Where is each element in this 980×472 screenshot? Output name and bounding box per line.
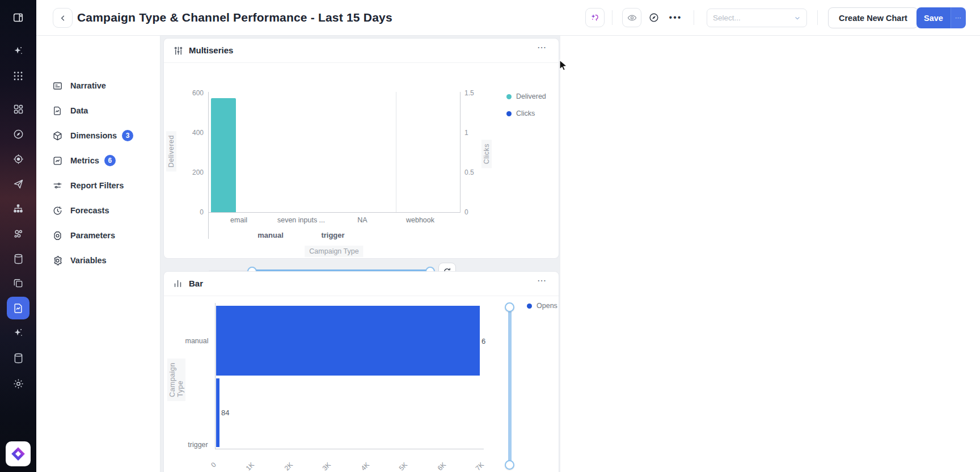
apps-grid-icon[interactable] xyxy=(7,65,29,87)
delivered-bar-email[interactable] xyxy=(211,98,236,212)
legend-dot-opens xyxy=(527,304,532,309)
legend-label: Delivered xyxy=(516,92,546,100)
app-window: Campaign Type & Channel Performance - La… xyxy=(0,0,980,472)
legend-item-opens[interactable]: Opens xyxy=(527,302,557,310)
y-category-trigger: trigger xyxy=(188,441,208,449)
range-slider-handle-bottom[interactable] xyxy=(505,460,514,470)
sidebar-item-forecasts[interactable]: Forecasts xyxy=(36,202,160,219)
filters-icon xyxy=(52,180,63,191)
metrics-count-badge: 6 xyxy=(104,155,116,166)
bar-value-label-manual: 6 xyxy=(481,337,485,345)
card-menu-button[interactable]: ⋯ xyxy=(537,42,547,53)
sidebar-item-label: Variables xyxy=(70,256,107,265)
sidebar-item-narrative[interactable]: Narrative xyxy=(36,77,160,94)
card-title: Bar xyxy=(189,279,203,288)
ai-assist-button[interactable] xyxy=(585,8,605,27)
ai-assist-icon xyxy=(589,12,601,23)
axis-split-line xyxy=(396,92,396,212)
opens-bar-manual[interactable] xyxy=(216,306,480,376)
sidebar-item-variables[interactable]: Variables xyxy=(36,252,160,269)
select-placeholder: Select... xyxy=(713,14,794,22)
x-group-label: manual xyxy=(257,231,284,239)
preview-eye-button[interactable] xyxy=(622,8,641,27)
left-axis-tick: 400 xyxy=(185,129,204,137)
divider xyxy=(612,10,612,25)
legend-item-delivered[interactable]: Delivered xyxy=(506,92,546,100)
dimensions-icon xyxy=(52,130,63,141)
left-axis-tick: 0 xyxy=(185,208,204,216)
sidebar-item-data[interactable]: Data xyxy=(36,102,160,119)
legend-dot-clicks xyxy=(506,111,512,116)
bubbles-icon[interactable] xyxy=(7,222,29,245)
sparkle-ai-icon-2[interactable] xyxy=(7,322,29,344)
right-axis-tick: 0.5 xyxy=(464,168,474,176)
back-button[interactable] xyxy=(53,8,73,28)
x-axis-tick: 7K xyxy=(466,461,485,472)
chart-cards-column: Multiseries ⋯ 0200400600 00.511.5 emails… xyxy=(160,36,560,472)
y-category-manual: manual xyxy=(185,337,209,345)
sidebar-item-parameters[interactable]: Parameters xyxy=(36,227,160,244)
x-axis-title: Campaign Type xyxy=(305,246,363,257)
bar-value-label-trigger: 84 xyxy=(221,408,229,417)
y-range-slider-track[interactable] xyxy=(508,307,512,465)
sidebar-item-label: Metrics xyxy=(70,156,99,165)
x-category-label: webhook xyxy=(406,216,434,224)
sidebar-item-label: Narrative xyxy=(70,81,106,90)
app-icon-rail xyxy=(0,0,36,472)
narrative-icon xyxy=(52,80,63,91)
sparkle-ai-icon[interactable] xyxy=(7,40,29,62)
left-axis-tick: 200 xyxy=(185,168,204,176)
parameters-icon xyxy=(52,230,63,241)
opens-bar-trigger[interactable] xyxy=(216,378,219,447)
compass-icon[interactable] xyxy=(7,123,29,145)
left-axis-title: Delivered xyxy=(166,131,176,171)
blocks-dashboard-icon[interactable] xyxy=(7,98,29,120)
x-group-label: trigger xyxy=(321,231,344,239)
legend-dot-delivered xyxy=(506,94,512,99)
save-more-button[interactable]: ⋯ xyxy=(951,7,966,28)
send-plane-icon[interactable] xyxy=(7,172,29,195)
hierarchy-icon[interactable] xyxy=(7,197,29,220)
save-button[interactable]: Save xyxy=(916,7,951,28)
bar-chart-card: Bar ⋯ 6 84 manual trigger xyxy=(163,271,559,472)
top-bar: Campaign Type & Channel Performance - La… xyxy=(36,0,980,36)
sidebar-item-dimensions[interactable]: Dimensions 3 xyxy=(36,127,160,144)
right-axis-title: Clicks xyxy=(481,140,492,168)
x-axis-tick: 5K xyxy=(389,461,409,472)
variables-icon xyxy=(52,255,63,266)
sidebar-item-metrics[interactable]: Metrics 6 xyxy=(36,152,160,169)
left-axis-line xyxy=(208,92,209,239)
eye-icon xyxy=(627,12,637,23)
x-axis-tick: 0 xyxy=(198,461,218,472)
create-new-chart-button[interactable]: Create New Chart xyxy=(828,7,918,28)
right-axis-tick: 0 xyxy=(464,208,468,216)
report-builder-active-icon[interactable] xyxy=(7,297,29,319)
sidebar-item-label: Dimensions xyxy=(70,131,117,140)
target-icon[interactable] xyxy=(7,148,29,170)
chart-select-dropdown[interactable]: Select... xyxy=(707,9,807,27)
legend-label: Clicks xyxy=(516,109,535,117)
sidebar-item-report-filters[interactable]: Report Filters xyxy=(36,177,160,194)
divider xyxy=(694,10,694,25)
database-icon-2[interactable] xyxy=(7,347,29,369)
x-category-label: seven inputs ... xyxy=(277,216,325,224)
panel-toggle-icon[interactable] xyxy=(7,6,29,29)
range-slider-handle-top[interactable] xyxy=(505,302,514,312)
y-axis-title: Campaign Type xyxy=(167,359,185,401)
settings-gear-icon[interactable] xyxy=(7,372,29,395)
explore-compass-button[interactable] xyxy=(645,8,662,27)
data-icon xyxy=(52,105,63,116)
x-axis-tick: 4K xyxy=(350,461,370,472)
x-axis-tick: 6K xyxy=(427,461,447,472)
legend-item-clicks[interactable]: Clicks xyxy=(506,109,535,117)
copy-pages-icon[interactable] xyxy=(7,272,29,294)
brand-logo[interactable] xyxy=(6,441,31,466)
multiseries-chart-card: Multiseries ⋯ 0200400600 00.511.5 emails… xyxy=(163,38,559,259)
x-category-label: email xyxy=(230,216,247,224)
card-menu-button[interactable]: ⋯ xyxy=(537,275,547,286)
bar-card-header: Bar ⋯ xyxy=(164,272,559,296)
x-axis-line xyxy=(208,212,461,213)
more-options-button[interactable]: ••• xyxy=(667,8,684,27)
database-icon[interactable] xyxy=(7,247,29,270)
x-axis-tick: 2K xyxy=(274,461,294,472)
